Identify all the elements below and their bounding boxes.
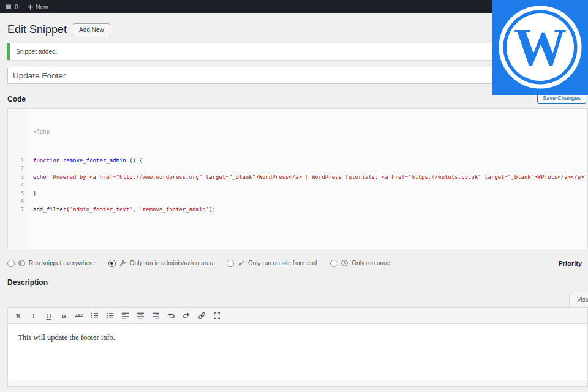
code-editor[interactable]: <?php 1function remove_footer_admin () {… [7,108,588,249]
numbered-list-icon[interactable] [103,309,117,322]
radio-front-end[interactable] [227,260,234,267]
editor-main: B I U “ ABC [7,307,588,387]
code-line-content: } [33,190,587,198]
tab-visual[interactable]: Visual [569,293,588,307]
code-line-content: echo 'Powered by <a href="http://www.wor… [33,173,587,181]
fullscreen-icon[interactable] [210,309,224,322]
line-number: 6 [8,198,24,206]
plus-icon [27,4,34,10]
scope-option-label: Run snippet everywhere [29,260,95,266]
editor-tab-row: Visual [7,292,588,307]
php-open-tag: <?php [8,128,587,136]
bullet-list-icon[interactable] [88,309,102,322]
redo-icon[interactable] [179,309,194,322]
link-icon[interactable] [195,309,209,322]
line-number: 2 [8,165,24,173]
radio-run-once[interactable] [330,260,337,267]
description-content[interactable]: This will update the footer info. [8,324,587,380]
editor-statusbar [8,380,587,386]
w-circle-logo: W [492,0,588,95]
radio-admin-area[interactable] [108,260,116,267]
editor-toolbar: B I U “ ABC [8,308,587,324]
code-line[interactable]: 4 [8,181,587,189]
scope-option[interactable]: Only run in administration area [108,259,213,267]
code-lines: 1function remove_footer_admin () {23echo… [8,157,587,214]
description-editor: Visual B I U “ ABC [7,292,588,387]
watermark-logo: W [492,0,588,95]
new-button-label: New [36,4,48,10]
code-line-content: function remove_footer_admin () { [33,157,587,165]
page-title: Edit Snippet [7,23,67,36]
code-area: <?php 1function remove_footer_admin () {… [8,109,587,231]
priority-label: Priority [558,260,582,267]
line-number: 4 [8,181,24,189]
line-number: 7 [8,206,24,214]
clock-icon [341,259,349,267]
radio-everywhere[interactable] [7,260,15,267]
scope-options-row: Run snippet everywhere Only run in admin… [7,259,588,267]
code-line[interactable]: 2 [8,165,587,173]
code-section-label: Code [7,95,588,104]
line-number: 1 [8,157,24,165]
notice-message: Snippet added. [16,48,57,55]
code-line-content: add_filter('admin_footer_text', 'remove_… [33,206,587,214]
code-line[interactable]: 7add_filter('admin_footer_text', 'remove… [8,206,587,214]
wrench-icon [119,259,127,267]
code-line[interactable]: 3echo 'Powered by <a href="http://www.wo… [8,173,587,181]
strikethrough-icon[interactable]: ABC [72,309,86,322]
undo-icon[interactable] [164,309,178,322]
bold-icon[interactable]: B [11,309,25,322]
watermark-letter: W [514,18,567,77]
edit-snippet-page: { "admin_bar": { "comments_count": "0", … [0,0,588,392]
comments-icon [4,3,12,11]
description-text: This will update the footer info. [18,333,578,342]
scope-option[interactable]: Run snippet everywhere [7,259,95,267]
globe-icon [18,259,26,267]
scope-option-label: Only run on site front end [248,260,317,266]
align-right-icon[interactable] [149,309,163,322]
underline-icon[interactable]: U [42,309,56,322]
scope-option-label: Only run once [352,260,390,266]
scope-option[interactable]: Only run once [330,259,390,267]
brush-icon [237,259,245,267]
blockquote-icon[interactable]: “ [57,309,71,322]
align-center-icon[interactable] [134,309,148,322]
comments-count: 0 [15,4,18,10]
description-section-label: Description [7,278,588,287]
admin-bar-comments[interactable]: 0 [4,3,18,11]
admin-bar-new[interactable]: New [27,4,48,10]
scope-option[interactable]: Only run on site front end [227,259,317,267]
add-new-button[interactable]: Add New [73,23,110,36]
code-line[interactable]: 5} [8,190,587,198]
scope-option-label: Only run in administration area [130,260,213,266]
line-number: 3 [8,173,24,181]
italic-icon[interactable]: I [26,309,40,322]
code-line[interactable]: 6 [8,198,587,206]
code-line[interactable]: 1function remove_footer_admin () { [8,157,587,165]
align-left-icon[interactable] [118,309,132,322]
line-number: 5 [8,190,24,198]
